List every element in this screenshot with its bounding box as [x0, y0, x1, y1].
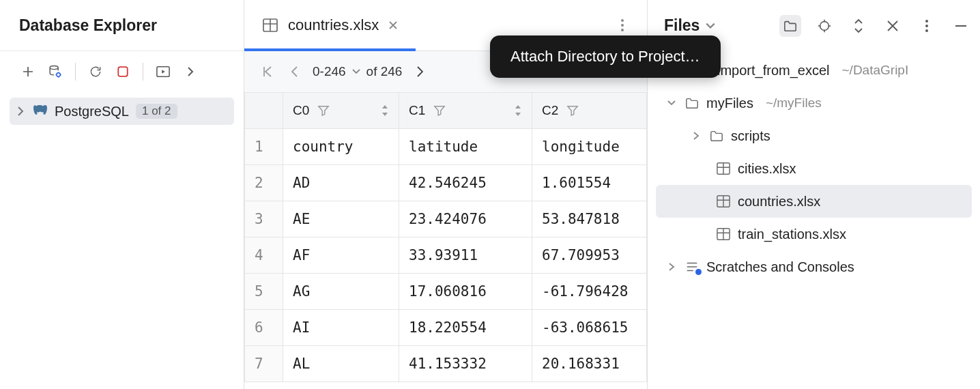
cell[interactable]: AG — [283, 274, 399, 310]
row-number: 7 — [245, 346, 283, 382]
tree-label: Scratches and Consoles — [706, 259, 854, 275]
left-panel-title: Database Explorer — [19, 16, 157, 35]
tree-item-myfiles[interactable]: myFiles ~/myFiles — [648, 87, 980, 119]
table-row[interactable]: 7AL41.15333220.168331 — [245, 346, 647, 382]
target-icon[interactable] — [813, 15, 835, 37]
tab-countries[interactable]: countries.xlsx — [244, 0, 416, 51]
folder-icon — [709, 129, 724, 143]
tree-label: countries.xlsx — [738, 194, 820, 210]
tab-label: countries.xlsx — [288, 16, 379, 34]
collapse-all-icon[interactable] — [882, 15, 904, 37]
postgresql-icon — [31, 103, 48, 119]
attach-directory-icon[interactable] — [779, 15, 801, 37]
cell[interactable]: AD — [283, 165, 399, 201]
column-label: C0 — [293, 103, 309, 118]
column-header-c1[interactable]: C1 — [399, 93, 532, 129]
cell[interactable]: 1.601554 — [532, 165, 647, 201]
row-number: 6 — [245, 310, 283, 346]
table-row[interactable]: 5AG17.060816-61.796428 — [245, 274, 647, 310]
chevron-down-icon[interactable] — [705, 21, 716, 31]
row-number: 1 — [245, 129, 283, 165]
row-number: 2 — [245, 165, 283, 201]
next-page-icon[interactable] — [410, 65, 429, 78]
tree-label: cities.xlsx — [738, 161, 796, 177]
chevron-down-icon — [665, 99, 678, 107]
cell[interactable]: -61.796428 — [532, 274, 647, 310]
chevron-right-icon — [665, 262, 678, 272]
column-header-c2[interactable]: C2 — [532, 93, 647, 129]
tree-item-scripts[interactable]: scripts — [648, 119, 980, 152]
cell[interactable]: 42.546245 — [399, 165, 532, 201]
datasource-label: PostgreSQL — [55, 104, 129, 119]
svg-point-0 — [50, 66, 58, 69]
cell[interactable]: -63.068615 — [532, 310, 647, 346]
datasource-item-postgresql[interactable]: PostgreSQL 1 of 2 — [10, 98, 234, 125]
prev-page-icon[interactable] — [285, 65, 304, 78]
cell[interactable]: latitude — [399, 129, 532, 165]
filter-icon[interactable] — [317, 104, 330, 117]
table-row[interactable]: 3AE23.42407653.847818 — [245, 201, 647, 237]
cell[interactable]: 20.168331 — [532, 346, 647, 382]
tree-label: scripts — [731, 128, 770, 144]
filter-icon[interactable] — [433, 104, 446, 117]
table-row[interactable]: 4AF33.9391167.709953 — [245, 237, 647, 274]
filter-icon[interactable] — [566, 104, 579, 117]
cell[interactable]: country — [283, 129, 399, 165]
cell[interactable]: 23.424076 — [399, 201, 532, 237]
cell[interactable]: AL — [283, 346, 399, 382]
column-header-c0[interactable]: C0 — [283, 93, 399, 129]
tree-item-countries[interactable]: countries.xlsx — [656, 185, 972, 218]
cell[interactable]: longitude — [532, 129, 647, 165]
first-page-icon[interactable] — [258, 65, 277, 78]
cell[interactable]: 67.709953 — [532, 237, 647, 274]
files-tree: import_from_excel ~/DataGripI myFiles ~/… — [648, 51, 980, 283]
table-icon — [716, 194, 731, 208]
table-icon — [716, 227, 731, 241]
left-panel-header: Database Explorer — [0, 0, 244, 51]
more-icon[interactable] — [916, 15, 938, 37]
datasource-count-badge: 1 of 2 — [136, 104, 177, 119]
chevron-down-icon — [351, 68, 361, 76]
chevron-right-icon[interactable] — [179, 60, 202, 83]
tree-item-cities[interactable]: cities.xlsx — [648, 152, 980, 185]
cell[interactable]: AF — [283, 237, 399, 274]
table-row[interactable]: 1countrylatitudelongitude — [245, 129, 647, 165]
cell[interactable]: 17.060816 — [399, 274, 532, 310]
add-icon[interactable] — [16, 60, 40, 83]
toolbar-separator — [143, 63, 143, 81]
run-console-icon[interactable] — [152, 60, 175, 83]
folder-icon — [684, 96, 700, 110]
table-row[interactable]: 2AD42.5462451.601554 — [245, 165, 647, 201]
svg-point-10 — [925, 20, 928, 23]
stop-icon[interactable] — [111, 60, 134, 83]
svg-point-11 — [925, 25, 928, 27]
row-number: 4 — [245, 237, 283, 274]
minimize-icon[interactable] — [950, 15, 972, 37]
cell[interactable]: 18.220554 — [399, 310, 532, 346]
row-number: 3 — [245, 201, 283, 237]
cell[interactable]: AI — [283, 310, 399, 346]
page-range[interactable]: 0-246 of 246 — [313, 64, 402, 79]
sort-icon[interactable] — [381, 104, 389, 117]
table-row[interactable]: 6AI18.220554-63.068615 — [245, 310, 647, 346]
expand-collapse-icon[interactable] — [848, 15, 869, 37]
cell[interactable]: AE — [283, 201, 399, 237]
svg-point-7 — [621, 24, 624, 27]
cell[interactable]: 41.153332 — [399, 346, 532, 382]
cell[interactable]: 33.93911 — [399, 237, 532, 274]
database-explorer-panel: Database Explorer — [0, 0, 244, 389]
sort-icon[interactable] — [514, 104, 522, 117]
tree-item-train-stations[interactable]: train_stations.xlsx — [648, 218, 980, 250]
datasource-properties-icon[interactable] — [44, 60, 67, 83]
refresh-icon[interactable] — [84, 60, 107, 83]
cell[interactable]: 53.847818 — [532, 201, 647, 237]
tree-path: ~/myFiles — [766, 96, 822, 111]
close-icon[interactable] — [388, 20, 398, 30]
chevron-right-icon — [690, 131, 702, 141]
more-tabs-icon[interactable] — [611, 14, 633, 36]
data-grid[interactable]: C0 C1 — [244, 92, 647, 389]
column-label: C1 — [409, 103, 425, 118]
left-toolbar — [0, 51, 244, 92]
tree-item-scratches[interactable]: Scratches and Consoles — [648, 250, 980, 283]
scratches-icon — [684, 260, 700, 274]
